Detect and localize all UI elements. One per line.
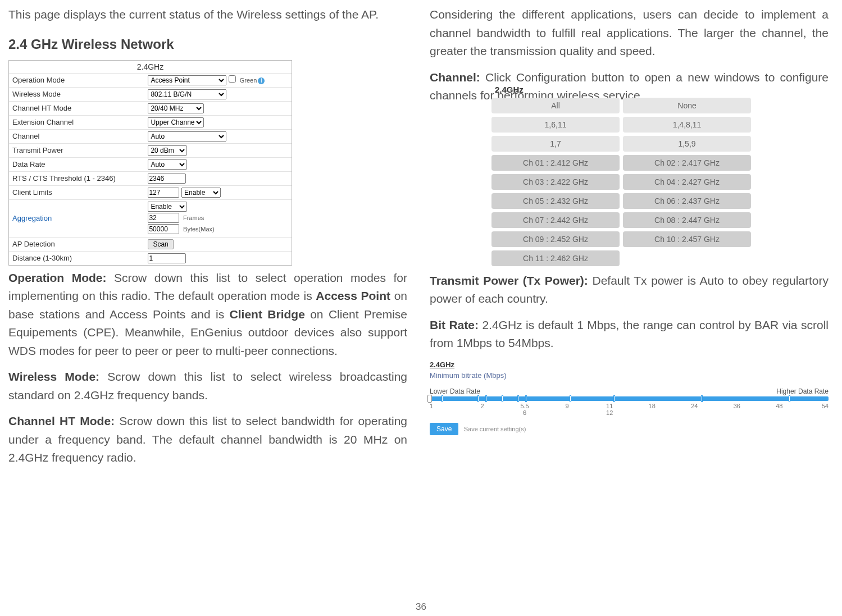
label-op-mode: Operation Mode bbox=[9, 73, 144, 87]
para-ht-mode: Channel HT Mode: Scrow down this list to… bbox=[8, 412, 407, 467]
bitrate-title: 2.4GHz bbox=[430, 361, 829, 369]
section-heading: 2.4 GHz Wireless Network bbox=[8, 36, 407, 52]
bitrate-scale-value: 9 bbox=[561, 403, 574, 416]
intro-text: This page displays the current status of… bbox=[8, 6, 407, 24]
left-column: This page displays the current status of… bbox=[8, 6, 407, 467]
bitrate-scale-value: 48 bbox=[772, 403, 786, 416]
label-distance: Distance (1-30km) bbox=[9, 251, 144, 265]
bitrate-subtitle: Minimum bitrate (Mbps) bbox=[430, 371, 829, 380]
bitrate-scale-value: 24 bbox=[688, 403, 701, 416]
input-agg-bytes[interactable] bbox=[148, 224, 179, 234]
channel-button[interactable]: Ch 03 : 2.422 GHz bbox=[491, 174, 620, 190]
channel-button[interactable]: Ch 04 : 2.427 GHz bbox=[623, 174, 751, 190]
channel-button[interactable]: 1,7 bbox=[491, 136, 620, 152]
bitrate-scale-value: 54 bbox=[815, 403, 829, 416]
label-data-rate: Data Rate bbox=[9, 157, 144, 171]
bitrate-slider[interactable] bbox=[430, 396, 829, 401]
bitrate-high-label: Higher Data Rate bbox=[776, 387, 829, 395]
select-channel[interactable]: Auto bbox=[148, 131, 226, 142]
info-icon[interactable]: i bbox=[258, 77, 265, 84]
label-bytes: Bytes(Max) bbox=[183, 226, 215, 232]
bitrate-scale-value: 5.5 6 bbox=[518, 403, 531, 416]
label-channel: Channel bbox=[9, 129, 144, 143]
label-frames: Frames bbox=[183, 215, 204, 221]
bitrate-scale-value: 18 bbox=[645, 403, 659, 416]
label-tx-power: Transmit Power bbox=[9, 143, 144, 157]
select-op-mode[interactable]: Access Point bbox=[148, 75, 226, 85]
page-number: 36 bbox=[416, 601, 426, 613]
save-button[interactable]: Save bbox=[430, 423, 458, 435]
channel-button[interactable]: Ch 11 : 2.462 GHz bbox=[491, 250, 620, 266]
channel-button[interactable]: All bbox=[491, 98, 620, 113]
select-wireless-mode[interactable]: 802.11 B/G/N bbox=[148, 89, 226, 99]
channel-button[interactable]: Ch 10 : 2.457 GHz bbox=[623, 231, 751, 247]
bitrate-low-label: Lower Data Rate bbox=[430, 387, 480, 395]
label-wireless-mode: Wireless Mode bbox=[9, 87, 144, 101]
channel-button[interactable]: Ch 01 : 2.412 GHz bbox=[491, 155, 620, 171]
right-column: Considering the different applications, … bbox=[430, 6, 829, 467]
channel-button[interactable]: 1,4,8,11 bbox=[623, 117, 751, 133]
channel-button[interactable]: Ch 09 : 2.452 GHz bbox=[491, 231, 620, 247]
scan-button[interactable]: Scan bbox=[148, 239, 173, 249]
checkbox-green[interactable] bbox=[229, 75, 236, 83]
select-ht-mode[interactable]: 20/40 MHz bbox=[148, 103, 204, 113]
select-aggregation-enable[interactable]: Enable bbox=[148, 202, 187, 212]
channel-button[interactable]: 1,5,9 bbox=[623, 136, 751, 152]
channel-selection-box: 2.4GHz AllNone1,6,111,4,8,111,71,5,9Ch 0… bbox=[491, 85, 767, 266]
label-client-limits: Client Limits bbox=[9, 185, 144, 199]
select-client-limits-enable[interactable]: Enable bbox=[181, 188, 221, 198]
para-wireless-mode: Wireless Mode: Scrow down this list to s… bbox=[8, 368, 407, 404]
para-tx-power: Transmit Power (Tx Power): Default Tx po… bbox=[430, 272, 829, 308]
input-rts[interactable] bbox=[148, 174, 186, 184]
channel-button[interactable]: Ch 08 : 2.447 GHz bbox=[623, 212, 751, 228]
settings-title: 2.4GHz bbox=[9, 61, 292, 73]
save-note: Save current setting(s) bbox=[464, 426, 526, 432]
channel-button[interactable]: Ch 07 : 2.442 GHz bbox=[491, 212, 620, 228]
bitrate-scale-value: 1 bbox=[430, 403, 447, 416]
channel-button[interactable]: None bbox=[623, 98, 751, 113]
para-op-mode: Operation Mode: Scrow down this list to … bbox=[8, 269, 407, 361]
bitrate-panel: 2.4GHz Minimum bitrate (Mbps) Lower Data… bbox=[430, 361, 829, 435]
input-agg-frames[interactable] bbox=[148, 213, 179, 223]
select-data-rate[interactable]: Auto bbox=[148, 159, 187, 170]
label-ht-mode: Channel HT Mode bbox=[9, 101, 144, 115]
input-client-limits[interactable] bbox=[148, 188, 179, 198]
bitrate-scale: 125.5 6911 121824364854 bbox=[430, 403, 829, 416]
select-ext-channel[interactable]: Upper Channel bbox=[148, 117, 204, 127]
settings-panel-24ghz: 2.4GHz Operation Mode Access Point Green… bbox=[8, 60, 292, 266]
label-aggregation: Aggregation bbox=[9, 199, 144, 237]
select-tx-power[interactable]: 20 dBm bbox=[148, 145, 187, 156]
label-rts: RTS / CTS Threshold (1 - 2346) bbox=[9, 171, 144, 185]
input-distance[interactable] bbox=[148, 253, 186, 263]
bitrate-slider-handle[interactable] bbox=[427, 395, 432, 403]
para-continuation: Considering the different applications, … bbox=[430, 6, 829, 61]
channel-button[interactable]: 1,6,11 bbox=[491, 117, 620, 133]
para-bit-rate: Bit Rate: 2.4GHz is default 1 Mbps, the … bbox=[430, 316, 829, 353]
channel-box-title: 2.4GHz bbox=[491, 85, 767, 94]
label-ap-detection: AP Detection bbox=[9, 237, 144, 251]
bitrate-scale-value: 36 bbox=[730, 403, 744, 416]
label-green: Green bbox=[240, 77, 257, 84]
channel-button[interactable]: Ch 02 : 2.417 GHz bbox=[623, 155, 751, 171]
channel-button[interactable]: Ch 06 : 2.437 GHz bbox=[623, 193, 751, 209]
bitrate-scale-value: 11 12 bbox=[603, 403, 616, 416]
label-ext-channel: Extension Channel bbox=[9, 115, 144, 129]
bitrate-scale-value: 2 bbox=[476, 403, 489, 416]
channel-button[interactable]: Ch 05 : 2.432 GHz bbox=[491, 193, 620, 209]
